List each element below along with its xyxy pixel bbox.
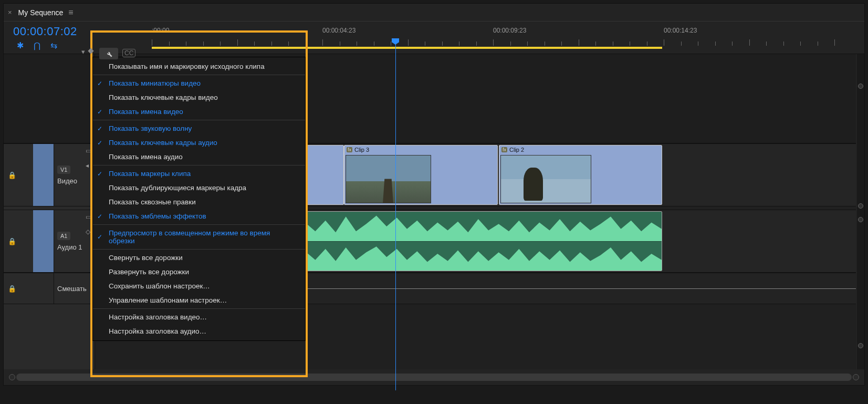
clip-thumbnail bbox=[500, 155, 591, 203]
menu-item-label: Управление шаблонами настроек… bbox=[109, 296, 227, 304]
menu-item-label: Показать ключевые кадры видео bbox=[109, 94, 218, 101]
menu-item-label: Показывать имя и маркировку исходного кл… bbox=[109, 63, 265, 70]
menu-item-label: Предпросмотр в совмещенном режиме во вре… bbox=[109, 229, 298, 245]
edit-point-icon[interactable] bbox=[499, 145, 503, 147]
menu-item-label: Свернуть все дорожки bbox=[109, 254, 183, 262]
menu-separator bbox=[93, 224, 305, 225]
current-timecode[interactable]: 00:00:07:02 bbox=[13, 25, 95, 38]
lock-icon[interactable]: 🔒 bbox=[8, 171, 16, 179]
menu-item[interactable]: Настройка заголовка аудио… bbox=[93, 324, 305, 338]
tab-menu-icon[interactable]: ≡ bbox=[68, 8, 73, 17]
menu-item[interactable]: ✓Показать звуковую волну bbox=[93, 121, 305, 136]
menu-item[interactable]: ✓Показать эмблемы эффектов bbox=[93, 209, 305, 223]
zoom-handle-right-icon[interactable] bbox=[853, 374, 859, 380]
track-name-a1: Аудио 1 bbox=[57, 243, 95, 251]
fx-badge-icon: fx bbox=[347, 147, 352, 152]
menu-item-label: Показать имена аудио bbox=[109, 153, 183, 161]
menu-separator bbox=[93, 165, 305, 165]
menu-separator bbox=[93, 120, 305, 120]
check-icon: ✓ bbox=[97, 139, 102, 147]
captions-icon[interactable]: CC bbox=[122, 49, 135, 57]
menu-item-label: Сохранить шаблон настроек… bbox=[109, 282, 210, 290]
menu-item-label: Показать маркеры клипа bbox=[109, 170, 191, 178]
video-clip-2[interactable]: fx Clip 2 bbox=[499, 145, 662, 205]
menu-separator bbox=[93, 308, 305, 309]
track-source-mix[interactable] bbox=[33, 273, 54, 304]
scroll-thumb[interactable] bbox=[16, 374, 852, 381]
menu-item[interactable]: Настройка заголовка видео… bbox=[93, 310, 305, 324]
menu-item-label: Развернуть все дорожки bbox=[109, 268, 189, 276]
track-id-v1: V1 bbox=[57, 165, 70, 174]
close-icon[interactable]: × bbox=[8, 8, 12, 16]
menu-item[interactable]: ✓Показать имена видео bbox=[93, 105, 305, 119]
lock-icon[interactable]: 🔒 bbox=[8, 237, 16, 245]
vertical-scroll[interactable] bbox=[857, 54, 864, 369]
menu-item-label: Настройка заголовка аудио… bbox=[109, 327, 206, 335]
menu-item[interactable]: Показывать имя и маркировку исходного кл… bbox=[93, 59, 305, 74]
time-ruler[interactable]: :00:0000:00:04:2300:00:09:2300:00:14:23 bbox=[95, 22, 864, 54]
menu-item[interactable]: Показать ключевые кадры видео bbox=[93, 90, 305, 105]
check-icon: ✓ bbox=[97, 170, 102, 178]
playhead[interactable] bbox=[395, 44, 396, 390]
zoom-handle-left-icon[interactable] bbox=[9, 374, 15, 380]
ruler-label: :00:00 bbox=[152, 27, 169, 34]
track-headers: 🔒 V1 Видео ▭ ◂ 🔒 A1 bbox=[4, 54, 95, 369]
menu-item[interactable]: ✓Показать ключевые кадры аудио bbox=[93, 136, 305, 150]
track-name-v1: Видео bbox=[57, 177, 95, 185]
menu-item[interactable]: Показать имена аудио bbox=[93, 150, 305, 164]
edit-point-icon[interactable] bbox=[344, 145, 348, 147]
scroll-handle-icon[interactable] bbox=[858, 217, 863, 222]
check-icon: ✓ bbox=[97, 108, 102, 116]
scroll-handle-icon[interactable] bbox=[858, 84, 863, 89]
menu-item-label: Настройка заголовка видео… bbox=[109, 313, 207, 321]
menu-item[interactable]: Показать дублирующиеся маркеры кадра bbox=[93, 181, 305, 195]
scroll-handle-icon[interactable] bbox=[858, 343, 863, 348]
horizontal-scroll[interactable] bbox=[8, 374, 860, 381]
menu-item[interactable]: ✓Предпросмотр в совмещенном режиме во вр… bbox=[93, 226, 305, 248]
menu-separator bbox=[93, 75, 305, 75]
check-icon: ✓ bbox=[97, 125, 102, 132]
menu-item-label: Показать ключевые кадры аудио bbox=[109, 139, 217, 147]
chevron-left-icon[interactable]: ◂ bbox=[86, 162, 91, 169]
clip-thumbnail bbox=[346, 155, 431, 203]
track-source-a1[interactable] bbox=[33, 210, 54, 272]
track-source-v1[interactable] bbox=[33, 144, 54, 206]
ruler-label: 00:00:14:23 bbox=[664, 27, 697, 34]
menu-item[interactable]: Управление шаблонами настроек… bbox=[93, 293, 305, 307]
check-icon: ✓ bbox=[97, 80, 102, 87]
menu-item[interactable]: Свернуть все дорожки bbox=[93, 251, 305, 265]
menu-item[interactable]: ✓Показать маркеры клипа bbox=[93, 167, 305, 181]
track-header-mix[interactable]: 🔒 Смешать bbox=[4, 273, 95, 304]
ruler-label: 00:00:04:23 bbox=[322, 27, 355, 34]
track-output-icon[interactable]: ▭ bbox=[86, 213, 91, 221]
track-header-v1[interactable]: 🔒 V1 Видео ▭ ◂ bbox=[4, 143, 95, 206]
clip-label: Clip 3 bbox=[354, 147, 369, 153]
track-output-icon[interactable]: ▭ bbox=[86, 147, 91, 154]
menu-item[interactable]: ✓Показать миниатюры видео bbox=[93, 76, 305, 90]
timeline-settings-button[interactable] bbox=[99, 48, 118, 59]
marker-icon[interactable]: ▾ bbox=[81, 48, 85, 56]
check-icon: ✓ bbox=[97, 233, 102, 241]
menu-item[interactable]: Показать сквозные правки bbox=[93, 195, 305, 209]
menu-separator bbox=[93, 249, 305, 250]
wrench-icon bbox=[104, 49, 113, 58]
tab-bar: × My Sequence ≡ bbox=[4, 4, 864, 22]
menu-item[interactable]: Сохранить шаблон настроек… bbox=[93, 279, 305, 293]
clip-label: Clip 2 bbox=[509, 147, 524, 153]
track-header-a1[interactable]: 🔒 A1 Аудио 1 ▭ ◇ bbox=[4, 210, 95, 273]
menu-item-label: Показать имена видео bbox=[109, 108, 183, 116]
menu-item[interactable]: Развернуть все дорожки bbox=[93, 265, 305, 279]
keyframe-diamond-icon[interactable]: ◇ bbox=[86, 228, 91, 235]
snap-icon[interactable]: ✱ bbox=[15, 40, 25, 50]
magnet-icon[interactable]: ⋂ bbox=[32, 40, 41, 50]
menu-item-label: Показать звуковую волну bbox=[109, 125, 192, 132]
menu-item-label: Показать эмблемы эффектов bbox=[109, 212, 206, 220]
ruler-label: 00:00:09:23 bbox=[493, 27, 526, 34]
lock-icon[interactable]: 🔒 bbox=[8, 285, 16, 293]
scroll-handle-icon[interactable] bbox=[858, 203, 863, 209]
check-icon: ✓ bbox=[97, 213, 102, 220]
sequence-tab-title[interactable]: My Sequence bbox=[18, 8, 64, 17]
link-icon[interactable]: ⇆ bbox=[49, 40, 58, 50]
video-clip-3[interactable]: fx Clip 3 bbox=[344, 145, 498, 205]
work-area-bar[interactable] bbox=[152, 47, 662, 49]
